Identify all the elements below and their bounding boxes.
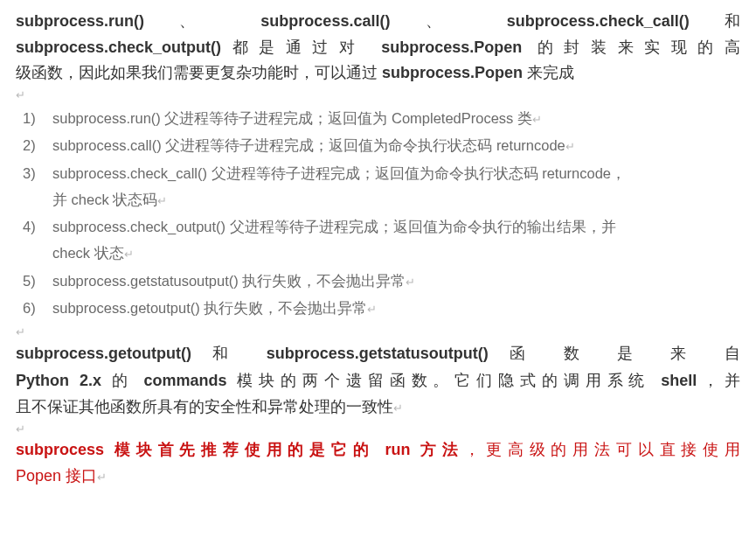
list-number: 3): [23, 161, 52, 187]
list-item: 3) subprocess.check_call() 父进程等待子进程完成；返回…: [23, 161, 740, 213]
code-popen: subprocess.Popen: [381, 38, 522, 56]
code-check-output: subprocess.check_output(): [16, 38, 221, 56]
list-item: 1) subprocess.run() 父进程等待子进程完成；返回值为 Comp…: [23, 106, 740, 132]
code-shell: shell: [661, 372, 697, 389]
list-number: 2): [23, 133, 52, 159]
text: 和: [690, 12, 740, 30]
list-number: 5): [23, 268, 52, 295]
list-text: subprocess.run() 父进程等待子进程完成；返回值为 Complet…: [52, 106, 740, 132]
code-python2: Python 2.x: [16, 372, 101, 389]
list-text: subprocess.check_output() 父进程等待子进程完成；返回值…: [52, 214, 740, 266]
return-mark-icon: ↵: [532, 113, 542, 126]
text: 的: [101, 372, 144, 389]
list-text: subprocess.getstatusoutput() 执行失败，不会抛出异常…: [52, 268, 740, 295]
list-number: 1): [23, 106, 52, 132]
list-item: 2) subprocess.call() 父进程等待子进程完成；返回值为命令执行…: [23, 133, 740, 159]
code-getstatusoutput: subprocess.getstatusoutput(): [267, 345, 489, 362]
code-popen: subprocess.Popen: [382, 64, 523, 81]
return-mark-icon: ↵: [97, 471, 107, 484]
list-text: subprocess.getoutput() 执行失败，不会抛出异常↵: [52, 296, 740, 322]
text: Popen 接口: [16, 467, 97, 485]
list-number: 6): [23, 296, 52, 322]
return-mark-icon: ↵: [157, 194, 167, 207]
text: 都是通过对: [221, 38, 381, 56]
text: 且不保证其他函数所具有的安全性和异常处理的一致性: [16, 398, 393, 415]
code-call: subprocess.call(): [260, 12, 390, 30]
text: 模块的两个遗留函数。它们隐式的调用系统: [227, 372, 662, 389]
list-text: subprocess.check_call() 父进程等待子进程完成；返回值为命…: [52, 161, 740, 213]
text: ，并: [697, 372, 740, 389]
list-text: subprocess.call() 父进程等待子进程完成；返回值为命令执行状态码…: [52, 133, 740, 159]
list-number: 4): [23, 214, 52, 241]
code-commands: commands: [144, 372, 227, 389]
code-run: subprocess.run(): [16, 12, 144, 30]
paragraph-mark: ↵: [16, 88, 740, 102]
list-item: 5) subprocess.getstatusoutput() 执行失败，不会抛…: [23, 268, 740, 295]
code-check-call: subprocess.check_call(): [507, 12, 690, 30]
list-item: 4) subprocess.check_output() 父进程等待子进程完成；…: [23, 214, 740, 266]
text: 函 数 是 来 自: [489, 345, 740, 362]
text: 的封装来实现的高: [522, 38, 740, 56]
return-mark-icon: ↵: [124, 248, 134, 261]
highlight-text: subprocess 模块首先推荐使用的是它的 run 方法: [16, 441, 464, 458]
text: ，更高级的用法可以直接使用: [464, 441, 740, 458]
function-list: 1) subprocess.run() 父进程等待子进程完成；返回值为 Comp…: [16, 106, 740, 323]
paragraph-mark: ↵: [16, 325, 740, 339]
return-mark-icon: ↵: [565, 140, 575, 153]
sep: 、: [390, 12, 506, 30]
recommendation-paragraph: subprocess 模块首先推荐使用的是它的 run 方法，更高级的用法可以直…: [16, 437, 740, 489]
legacy-paragraph: subprocess.getoutput() 和 subprocess.gets…: [16, 341, 740, 421]
return-mark-icon: ↵: [367, 303, 377, 316]
code-getoutput: subprocess.getoutput(): [16, 345, 191, 362]
text: 和: [191, 345, 267, 362]
intro-paragraph: subprocess.run() 、 subprocess.call() 、 s…: [16, 9, 740, 87]
text: 级函数，因此如果我们需要更复杂功能时，可以通过: [16, 64, 382, 81]
return-mark-icon: ↵: [393, 401, 403, 415]
list-item: 6) subprocess.getoutput() 执行失败，不会抛出异常↵: [23, 296, 740, 322]
paragraph-mark: ↵: [16, 422, 740, 436]
return-mark-icon: ↵: [406, 275, 415, 289]
sep: 、: [144, 12, 260, 30]
text: 来完成: [523, 64, 574, 81]
